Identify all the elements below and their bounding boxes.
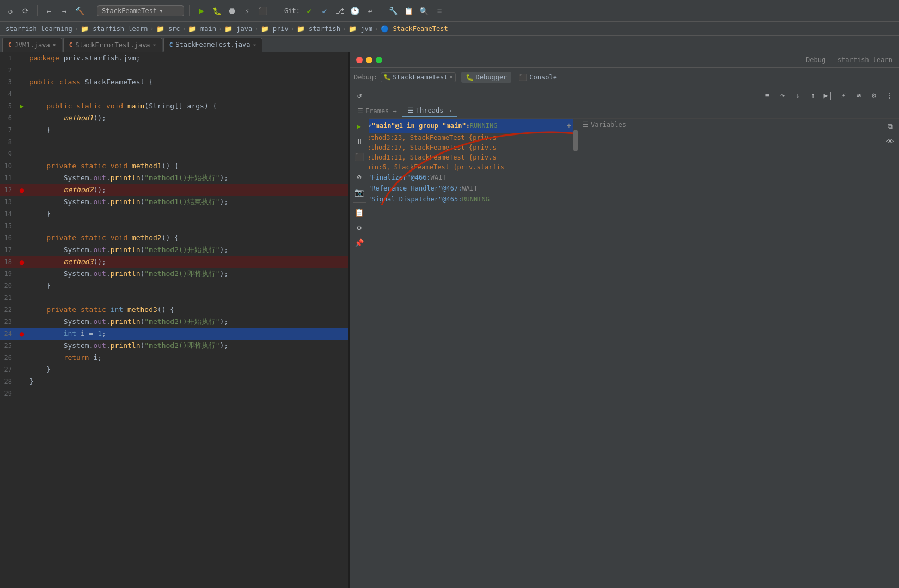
debug-cam-icon[interactable]: 📷 — [353, 186, 366, 199]
thread-main-name: "main"@1 in group "main": — [371, 122, 470, 130]
debug-frames-icon[interactable]: ≡ — [761, 89, 774, 102]
line-gutter-18: ● — [16, 256, 27, 268]
frame-main[interactable]: main:6, StackFeameTest {priv.starfis — [350, 162, 578, 172]
line-num-1: 1 — [0, 52, 16, 64]
breadcrumb-jvm[interactable]: 📁 jvm — [348, 25, 372, 33]
profile-icon[interactable]: ⚡ — [241, 5, 253, 17]
debug-more-icon[interactable]: ⋮ — [883, 89, 896, 102]
back-icon[interactable]: ← — [43, 5, 55, 17]
git-label: Git: — [284, 7, 300, 15]
traffic-light-minimize[interactable] — [366, 57, 372, 63]
traffic-light-close[interactable] — [356, 57, 363, 63]
breadcrumb-starfish[interactable]: 📁 starfish — [297, 25, 340, 33]
debug-log-icon[interactable]: 📋 — [353, 206, 366, 219]
debug-pin-icon[interactable]: 📌 — [353, 236, 366, 249]
breadcrumb-learn[interactable]: 📁 starfish-learn — [81, 25, 148, 33]
git-check-icon[interactable]: ✔ — [303, 5, 315, 17]
git-history-icon[interactable]: 🕐 — [349, 5, 361, 17]
forward-icon[interactable]: → — [58, 5, 70, 17]
vcs-icon[interactable]: 📋 — [403, 5, 415, 17]
code-line-29: 29 — [0, 388, 348, 400]
debug-restart-icon[interactable]: ↺ — [353, 89, 366, 102]
copy-icon[interactable]: ⧉ — [884, 120, 897, 133]
thread-refhandler-name: "Reference Handler"@467: — [368, 185, 462, 192]
frames-scrollbar-thumb[interactable] — [573, 130, 578, 151]
breadcrumb-src[interactable]: 📁 src — [156, 25, 180, 33]
menu-icon[interactable]: ≡ — [433, 5, 445, 17]
refresh-icon[interactable]: ↺ — [4, 5, 16, 17]
line-content-5: public static void main(String[] args) { — [27, 100, 348, 112]
tab-close-stackerror[interactable]: × — [153, 42, 156, 48]
git-branch-icon[interactable]: ⎇ — [334, 5, 346, 17]
thread-sigdispatch[interactable]: ▶ ☰ "Signal Dispatcher"@465: RUNNING — [350, 194, 578, 205]
add-thread-btn[interactable]: + — [564, 120, 574, 131]
thread-refhandler[interactable]: ▶ ☰ "Reference Handler"@467: WAIT — [350, 183, 578, 194]
debug-session-tab[interactable]: 🐛 StackFeameTest × — [381, 72, 455, 82]
debug-run-icon[interactable]: 🐛 — [211, 5, 223, 17]
debug-step-over-icon[interactable]: ↷ — [776, 89, 789, 102]
tab-stackerror[interactable]: C StackErrorTest.java × — [63, 38, 162, 52]
code-line-17: 17 System.out.println("method2()开始执行"); — [0, 244, 348, 256]
code-editor[interactable]: 1 package priv.starfish.jvm; 2 3 public … — [0, 52, 348, 588]
debug-evaluate-icon[interactable]: ⚡ — [837, 89, 850, 102]
debug-sep-1 — [353, 167, 366, 167]
frames-sub-tab[interactable]: ☰ Frames → — [352, 106, 402, 117]
settings-icon[interactable]: 🔧 — [388, 5, 400, 17]
debug-step-into-icon[interactable]: ↓ — [791, 89, 804, 102]
breadcrumb-main[interactable]: 📁 main — [188, 25, 216, 33]
sync-icon[interactable]: ⟳ — [20, 5, 32, 17]
breadcrumb-java[interactable]: 📁 java — [224, 25, 252, 33]
threads-sub-tab[interactable]: ☰ Threads → — [402, 105, 457, 117]
tab-close-stackfeame[interactable]: × — [253, 42, 256, 48]
stop-icon[interactable]: ⬛ — [256, 5, 268, 17]
tab-stackfeame[interactable]: C StackFeameTest.java × — [163, 38, 262, 52]
git-tick-icon[interactable]: ✔ — [319, 5, 331, 17]
debug-run-to-cursor-icon[interactable]: ▶| — [822, 89, 835, 102]
debug-left-sidebar: ▶ ⏸ ⬛ ⊘ 📷 📋 ⚙ 📌 — [350, 118, 369, 252]
git-undo-icon[interactable]: ↩ — [364, 5, 376, 17]
debug-mute-icon[interactable]: ⊘ — [353, 170, 366, 183]
threads-label: Threads → — [416, 107, 451, 114]
debug-alt-icon[interactable]: ≋ — [852, 89, 865, 102]
breadcrumb-file[interactable]: 🔵 StackFeameTest — [381, 25, 448, 33]
watch-icon[interactable]: 👁 — [884, 135, 897, 148]
breadcrumb-priv[interactable]: 📁 priv — [261, 25, 289, 33]
debug-step-out-icon[interactable]: ↑ — [806, 89, 820, 102]
line-num-5: 5 — [0, 100, 16, 112]
traffic-light-maximize[interactable] — [376, 57, 382, 63]
debug-window-title: Debug - starfish-learn — [386, 56, 892, 64]
frame-method1[interactable]: method1:11, StackFeameTest {priv.s — [350, 152, 578, 162]
code-line-18: 18 ● method3(); — [0, 256, 348, 268]
line-content-13: System.out.println("method1()结束执行"); — [27, 196, 348, 208]
frame-method2[interactable]: method2:17, StackFeameTest {priv.s — [350, 143, 578, 152]
debug-stop-icon[interactable]: ⬛ — [353, 150, 366, 163]
breadcrumb-root[interactable]: starfish-learning — [5, 25, 72, 33]
frames-scrollbar[interactable] — [573, 119, 578, 205]
code-line-6: 6 method1(); — [0, 112, 348, 124]
code-line-19: 19 System.out.println("method2()即将执行"); — [0, 268, 348, 280]
toolbar-sep-2 — [91, 5, 91, 16]
thread-main[interactable]: ▼ ☰ ✔ "main"@1 in group "main": RUNNING … — [350, 119, 578, 133]
debug-session-close[interactable]: × — [450, 74, 453, 80]
frame-method3[interactable]: method3:23, StackFeameTest {priv.s — [350, 133, 578, 143]
run-icon[interactable]: ▶ — [195, 5, 207, 17]
debug-pause-icon[interactable]: ⏸ — [353, 135, 366, 148]
coverage-icon[interactable]: ⬣ — [226, 5, 238, 17]
line-content-22: private static int method3() { — [27, 304, 348, 316]
console-tab-btn[interactable]: ⬛ Console — [515, 72, 561, 83]
hammer-icon[interactable]: 🔨 — [74, 5, 85, 17]
code-line-23: 23 System.out.println("method2()开始执行"); — [0, 316, 348, 328]
line-num-16: 16 — [0, 232, 16, 244]
project-selector[interactable]: StackFeameTest ▾ — [97, 5, 184, 16]
code-line-13: 13 System.out.println("method1()结束执行"); — [0, 196, 348, 208]
search-icon[interactable]: 🔍 — [418, 5, 430, 17]
debug-gear-icon[interactable]: ⚙ — [353, 221, 366, 234]
debugger-tab-btn[interactable]: 🐛 Debugger — [461, 72, 512, 83]
debug-session-label: StackFeameTest — [393, 74, 448, 81]
tab-close-jvm1[interactable]: × — [53, 42, 56, 48]
frames-panel: ▼ ☰ ✔ "main"@1 in group "main": RUNNING … — [350, 119, 578, 205]
tab-jvm1[interactable]: C JVM1.java × — [2, 38, 62, 52]
debug-settings-icon[interactable]: ⚙ — [867, 89, 880, 102]
thread-finalizer[interactable]: ▶ ☰ "Finalizer"@466: WAIT — [350, 172, 578, 183]
debug-resume-icon[interactable]: ▶ — [353, 120, 366, 133]
